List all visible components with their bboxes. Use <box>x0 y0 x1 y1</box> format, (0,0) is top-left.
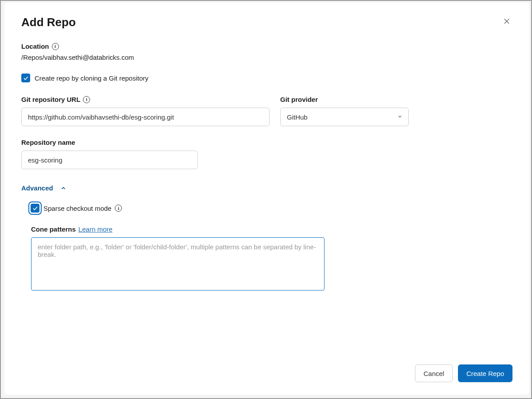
url-provider-row: Git repository URL i Git provider GitHub <box>21 96 512 126</box>
advanced-toggle[interactable]: Advanced <box>21 184 512 192</box>
git-provider-select[interactable]: GitHub <box>280 108 409 126</box>
git-url-input[interactable] <box>21 108 270 126</box>
chevron-up-icon <box>60 185 66 191</box>
cone-label-row: Cone patterns Learn more <box>31 225 512 233</box>
location-label-text: Location <box>21 43 49 50</box>
repo-name-label: Repository name <box>21 139 75 146</box>
info-icon[interactable]: i <box>83 96 90 103</box>
git-url-label: Git repository URL i <box>21 96 90 103</box>
sparse-checkbox-focus-ring <box>28 201 42 215</box>
cone-patterns-label: Cone patterns <box>31 225 76 233</box>
git-provider-field: Git provider GitHub <box>280 96 409 126</box>
sparse-checkbox-label: Sparse checkout mode i <box>43 205 122 212</box>
repo-name-field: Repository name <box>21 139 198 169</box>
close-button[interactable] <box>501 15 512 28</box>
cancel-button[interactable]: Cancel <box>415 364 453 382</box>
check-icon <box>23 75 29 81</box>
clone-checkbox-label: Create repo by cloning a Git repository <box>35 74 149 82</box>
modal-footer: Cancel Create Repo <box>21 364 512 382</box>
cone-patterns-textarea[interactable] <box>31 237 325 291</box>
location-path: /Repos/vaibhav.sethi@databricks.com <box>21 54 512 61</box>
cone-patterns-section: Cone patterns Learn more <box>28 225 512 292</box>
info-icon[interactable]: i <box>52 43 59 50</box>
sparse-checkbox[interactable] <box>31 204 39 213</box>
close-icon <box>503 17 511 25</box>
clone-checkbox-row: Create repo by cloning a Git repository <box>21 74 512 82</box>
advanced-section: Sparse checkout mode i Cone patterns Lea… <box>21 201 512 292</box>
learn-more-link[interactable]: Learn more <box>78 225 113 233</box>
sparse-label-text: Sparse checkout mode <box>43 205 111 212</box>
info-icon[interactable]: i <box>115 205 122 212</box>
advanced-toggle-label: Advanced <box>21 184 53 192</box>
modal-header: Add Repo <box>21 15 512 29</box>
sparse-checkbox-row: Sparse checkout mode i <box>28 201 512 215</box>
git-url-field: Git repository URL i <box>21 96 270 126</box>
repo-name-input[interactable] <box>21 151 198 169</box>
create-repo-button[interactable]: Create Repo <box>458 364 512 382</box>
location-label: Location i <box>21 43 59 50</box>
clone-checkbox[interactable] <box>21 74 30 82</box>
modal-title: Add Repo <box>21 15 76 29</box>
git-url-label-text: Git repository URL <box>21 96 80 103</box>
check-icon <box>32 205 38 211</box>
git-provider-label: Git provider <box>280 96 318 103</box>
add-repo-modal: Add Repo Location i /Repos/vaibhav.sethi… <box>4 2 529 395</box>
location-section: Location i /Repos/vaibhav.sethi@databric… <box>21 43 512 61</box>
